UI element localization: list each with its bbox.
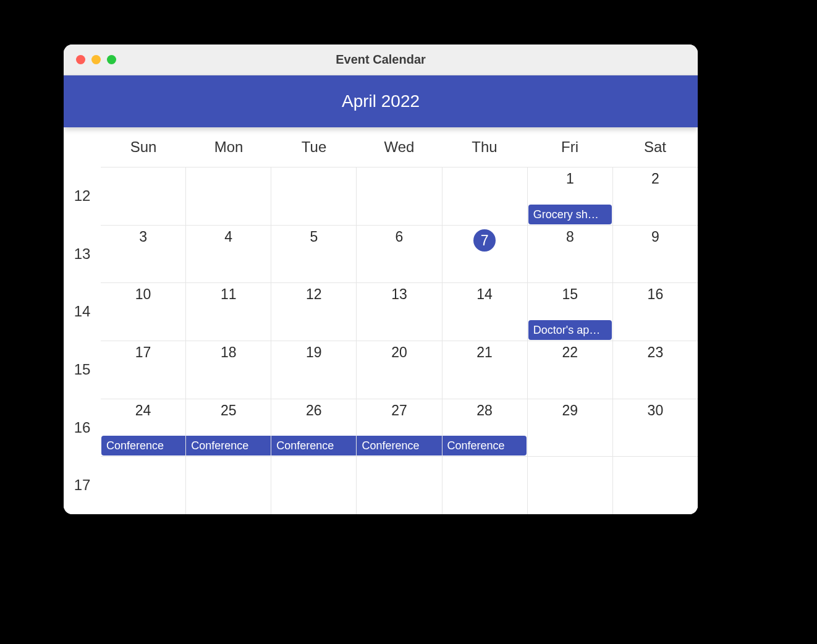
day-number: 29: [562, 402, 578, 418]
day-number: 20: [391, 344, 407, 360]
week-number: 16: [64, 399, 101, 457]
day-cell[interactable]: 9: [612, 225, 698, 283]
calendar-event[interactable]: Doctor's ap…: [528, 320, 612, 340]
day-cell[interactable]: [356, 167, 441, 225]
day-number: 22: [562, 344, 578, 360]
day-cell[interactable]: [527, 456, 612, 514]
day-number: 15: [562, 286, 578, 302]
window-controls: [76, 55, 116, 64]
week-row: [101, 456, 698, 514]
dow-label: Sun: [101, 127, 186, 167]
day-number: 27: [391, 402, 407, 418]
day-number: 10: [135, 286, 151, 302]
dow-label: Thu: [442, 127, 527, 167]
day-cell[interactable]: 8: [527, 225, 612, 283]
calendar-area: 12 13 14 15 16 17 Sun Mon Tue Wed Thu Fr…: [64, 127, 698, 514]
day-cell[interactable]: 12: [271, 282, 356, 341]
day-cell[interactable]: 26Conference: [271, 399, 356, 457]
day-cell[interactable]: [101, 456, 185, 514]
dow-label: Wed: [357, 127, 442, 167]
minimize-icon[interactable]: [91, 55, 101, 64]
week-row: 101112131415Doctor's ap…16: [101, 282, 698, 341]
calendar-event[interactable]: Conference: [442, 436, 527, 455]
day-number: 7: [473, 229, 496, 252]
day-cell[interactable]: 11: [185, 282, 271, 341]
week-number: 12: [64, 167, 101, 225]
week-row: 24Conference25Conference26Conference27Co…: [101, 399, 698, 457]
day-cell[interactable]: [271, 167, 356, 225]
day-cell[interactable]: [185, 167, 271, 225]
day-cell[interactable]: 25Conference: [185, 399, 271, 457]
calendar-event[interactable]: Conference: [101, 436, 185, 455]
day-number: 25: [221, 402, 237, 418]
day-cell[interactable]: [442, 167, 527, 225]
week-number: 13: [64, 225, 101, 283]
day-cell[interactable]: 15Doctor's ap…: [527, 282, 612, 341]
week-number: 14: [64, 282, 101, 341]
day-number: 23: [648, 344, 664, 360]
day-cell[interactable]: 14: [442, 282, 527, 341]
day-cell[interactable]: 2: [612, 167, 698, 225]
day-number: 12: [306, 286, 322, 302]
day-cell[interactable]: [612, 456, 698, 514]
dow-label: Fri: [527, 127, 612, 167]
day-cell[interactable]: 10: [101, 282, 185, 341]
dow-label: Tue: [271, 127, 357, 167]
day-cell[interactable]: 24Conference: [101, 399, 185, 457]
calendar-event[interactable]: Conference: [357, 436, 441, 455]
titlebar[interactable]: Event Calendar: [64, 44, 698, 75]
day-cell[interactable]: 30: [612, 399, 698, 457]
day-number: 4: [224, 229, 232, 245]
day-cell[interactable]: [185, 456, 271, 514]
day-number: 26: [306, 402, 322, 418]
day-cell[interactable]: 17: [101, 341, 185, 399]
day-cell[interactable]: 22: [527, 341, 612, 399]
day-cell[interactable]: 18: [185, 341, 271, 399]
week-number: 15: [64, 341, 101, 399]
day-cell[interactable]: 20: [356, 341, 441, 399]
day-cell[interactable]: [442, 456, 527, 514]
day-cell[interactable]: 7: [442, 225, 527, 283]
day-cell[interactable]: 6: [356, 225, 441, 283]
dow-label: Sat: [612, 127, 698, 167]
day-number: 24: [135, 402, 151, 418]
calendar-event[interactable]: Grocery sh…: [528, 205, 612, 224]
zoom-icon[interactable]: [107, 55, 116, 64]
day-cell[interactable]: 13: [356, 282, 441, 341]
day-cell[interactable]: [101, 167, 185, 225]
month-header: April 2022: [64, 75, 698, 127]
day-cell[interactable]: 27Conference: [356, 399, 441, 457]
day-number: 2: [651, 171, 659, 187]
day-cell[interactable]: 5: [271, 225, 356, 283]
day-number: 5: [310, 229, 318, 245]
calendar-grid: Sun Mon Tue Wed Thu Fri Sat 1Grocery sh……: [101, 127, 698, 514]
day-cell[interactable]: 1Grocery sh…: [527, 167, 612, 225]
day-number: 3: [139, 229, 147, 245]
day-cell[interactable]: 23: [612, 341, 698, 399]
day-cell[interactable]: 29: [527, 399, 612, 457]
day-cell[interactable]: [271, 456, 356, 514]
day-cell[interactable]: 28Conference: [442, 399, 527, 457]
day-number: 8: [566, 229, 574, 245]
day-cell[interactable]: [356, 456, 441, 514]
day-number: 17: [135, 344, 151, 360]
calendar-event[interactable]: Conference: [186, 436, 271, 455]
day-cell[interactable]: 3: [101, 225, 185, 283]
week-row: 17181920212223: [101, 341, 698, 399]
day-number: 1: [566, 171, 574, 187]
day-cell[interactable]: 21: [442, 341, 527, 399]
close-icon[interactable]: [76, 55, 85, 64]
day-number: 18: [221, 344, 237, 360]
calendar-event[interactable]: Conference: [271, 436, 356, 455]
day-cell[interactable]: 16: [612, 282, 698, 341]
window-title: Event Calendar: [336, 53, 426, 67]
day-number: 11: [221, 286, 237, 302]
day-cell[interactable]: 4: [185, 225, 271, 283]
week-number-column: 12 13 14 15 16 17: [64, 127, 101, 514]
app-window: Event Calendar April 2022 12 13 14 15 16…: [64, 44, 698, 514]
day-number: 30: [648, 402, 664, 418]
day-number: 14: [476, 286, 493, 302]
day-number: 13: [391, 286, 407, 302]
day-number: 16: [648, 286, 664, 302]
day-cell[interactable]: 19: [271, 341, 356, 399]
